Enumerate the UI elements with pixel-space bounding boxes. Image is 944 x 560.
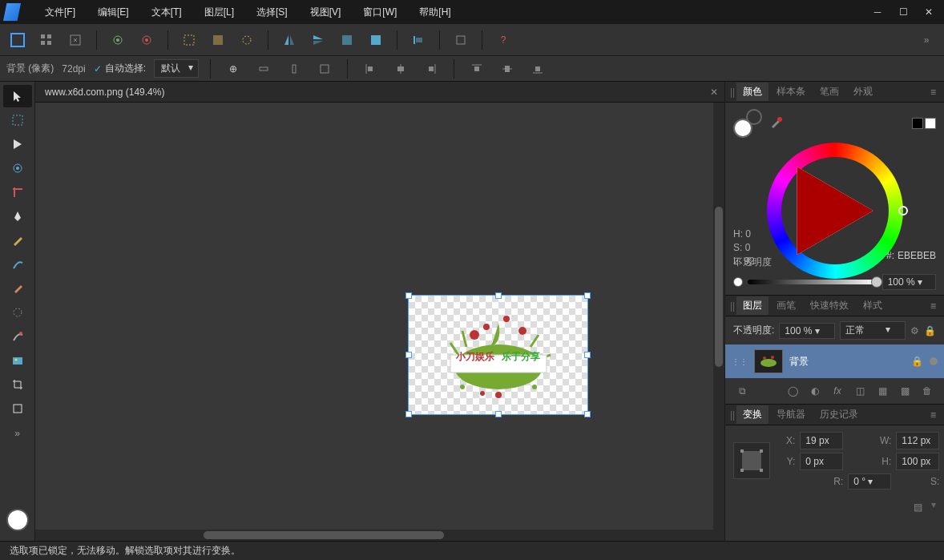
align-l-icon[interactable] xyxy=(359,58,381,80)
opacity-slider[interactable] xyxy=(748,280,877,284)
tab-close-icon[interactable]: ✕ xyxy=(704,87,724,98)
tab-color[interactable]: 颜色 xyxy=(736,83,769,101)
tab-transform[interactable]: 变换 xyxy=(736,405,769,424)
x-input[interactable] xyxy=(800,432,843,449)
crop-tool[interactable] xyxy=(3,181,32,203)
flip-h-icon[interactable] xyxy=(278,29,301,51)
auto-select-checkbox[interactable]: ✓ 自动选择: xyxy=(94,62,146,75)
node-tool[interactable] xyxy=(3,133,32,155)
align-left-icon[interactable] xyxy=(407,29,430,51)
ctx-icon-4[interactable] xyxy=(313,58,336,80)
menu-view[interactable]: 视图[V] xyxy=(299,1,353,24)
layer-settings-icon[interactable]: ⚙ xyxy=(910,325,919,336)
defaults-icon[interactable] xyxy=(135,29,158,51)
marquee-tool[interactable] xyxy=(3,109,32,131)
menu-window[interactable]: 窗口[W] xyxy=(352,1,408,24)
transform-origin-icon[interactable]: ⊕ xyxy=(222,58,244,80)
layer-row[interactable]: ⋮⋮ 背景 🔒 xyxy=(725,344,944,378)
handle-tl[interactable] xyxy=(405,292,412,299)
layer-locked-icon[interactable]: 🔒 xyxy=(911,356,923,367)
align-t-icon[interactable] xyxy=(466,58,488,80)
handle-br[interactable] xyxy=(584,411,591,417)
fg-bg-swatches[interactable] xyxy=(733,109,762,138)
tab-styles[interactable]: 样式 xyxy=(857,296,889,315)
opacity-value-input[interactable]: 100 % ▾ xyxy=(882,274,936,290)
arrange-icon[interactable] xyxy=(450,29,472,51)
toolbar-more-icon[interactable]: » xyxy=(915,29,938,51)
horizontal-scrollbar[interactable] xyxy=(35,530,724,541)
pencil-tool[interactable] xyxy=(3,229,32,252)
rotate-cw-icon[interactable] xyxy=(365,29,387,51)
menu-help[interactable]: 帮助[H] xyxy=(408,1,462,24)
layer-crop-icon[interactable]: ◫ xyxy=(851,383,869,399)
clone-tool[interactable] xyxy=(3,325,32,348)
menu-text[interactable]: 文本[T] xyxy=(140,1,193,24)
move-tool[interactable] xyxy=(3,85,32,107)
snap-2-icon[interactable] xyxy=(207,29,229,51)
minimize-button[interactable]: ─ xyxy=(865,4,890,20)
expand-tools-icon[interactable]: » xyxy=(14,428,20,439)
prefs-icon[interactable] xyxy=(107,29,129,51)
color-panel-menu-icon[interactable]: ≡ xyxy=(927,87,939,98)
h-input[interactable] xyxy=(896,453,939,470)
grid-icon[interactable] xyxy=(35,29,58,51)
snap-1-icon[interactable] xyxy=(178,29,200,51)
image-tool[interactable] xyxy=(3,349,32,372)
r-input[interactable]: 0 ° ▾ xyxy=(848,473,891,489)
layer-mask-icon[interactable]: ◯ xyxy=(784,383,801,399)
align-m-icon[interactable] xyxy=(496,58,518,80)
brush-tool[interactable] xyxy=(3,253,32,276)
ctx-icon-2[interactable] xyxy=(252,58,275,80)
layer-opacity-input[interactable]: 100 % ▾ xyxy=(779,323,834,339)
document-tab[interactable]: www.x6d.com.png (149.4%) xyxy=(35,83,174,101)
align-c-icon[interactable] xyxy=(389,58,412,80)
eyedropper-icon[interactable] xyxy=(769,115,783,132)
menu-select[interactable]: 选择[S] xyxy=(245,1,299,24)
canvas-viewport[interactable]: 小刀娱乐 乐于分享 xyxy=(35,103,724,541)
w-input[interactable] xyxy=(896,432,939,449)
anchor-point-selector[interactable] xyxy=(733,442,770,479)
menu-edit[interactable]: 编辑[E] xyxy=(87,1,140,24)
handle-mr[interactable] xyxy=(584,352,591,358)
tab-fx[interactable]: 快速特效 xyxy=(804,296,855,315)
layer-lock-icon[interactable]: 🔒 xyxy=(924,325,936,336)
tab-brush[interactable]: 笔画 xyxy=(813,83,845,101)
close-button[interactable]: ✕ xyxy=(917,4,941,20)
gear-tool[interactable] xyxy=(3,157,32,179)
snap-3-icon[interactable] xyxy=(236,29,258,51)
layers-panel-menu-icon[interactable]: ≡ xyxy=(927,300,939,312)
transform-panel-menu-icon[interactable]: ≡ xyxy=(927,409,939,421)
layer-fx-icon[interactable]: fx xyxy=(829,383,846,399)
ctx-icon-3[interactable] xyxy=(283,58,305,80)
help-icon[interactable]: ? xyxy=(492,29,514,51)
handle-ml[interactable] xyxy=(405,352,412,358)
layer-delete-icon[interactable]: 🗑 xyxy=(918,383,936,399)
tab-swatches[interactable]: 样本条 xyxy=(770,83,812,101)
menu-layer[interactable]: 图层[L] xyxy=(193,1,245,24)
shape-tool[interactable] xyxy=(3,397,32,420)
maximize-button[interactable]: ☐ xyxy=(891,4,915,20)
swatch-black[interactable] xyxy=(912,118,923,129)
rotate-ccw-icon[interactable] xyxy=(336,29,358,51)
swatch-white[interactable] xyxy=(925,118,936,129)
fg-color-swatch[interactable] xyxy=(733,119,752,138)
handle-bl[interactable] xyxy=(405,411,412,417)
tab-history[interactable]: 历史记录 xyxy=(813,405,865,424)
tab-navigator[interactable]: 导航器 xyxy=(770,405,812,424)
auto-select-dropdown[interactable]: 默认 ▾ xyxy=(154,59,199,78)
handle-bm[interactable] xyxy=(495,411,502,417)
blend-mode-dropdown[interactable]: 正常▾ xyxy=(840,321,906,340)
layer-pixel-icon[interactable]: ▩ xyxy=(896,383,914,399)
canvas-selection[interactable]: 小刀娱乐 乐于分享 xyxy=(408,295,588,415)
layer-visibility-icon[interactable] xyxy=(930,357,938,365)
tab-appearance[interactable]: 外观 xyxy=(847,83,879,101)
crop2-tool[interactable] xyxy=(3,373,32,396)
healing-tool[interactable] xyxy=(3,301,32,324)
align-r-icon[interactable] xyxy=(420,58,442,80)
foreground-color-swatch[interactable] xyxy=(6,509,29,531)
persona-photo-icon[interactable] xyxy=(6,29,29,51)
y-input[interactable] xyxy=(800,453,843,470)
transform-align-icon[interactable]: ▤ xyxy=(909,499,926,515)
align-b-icon[interactable] xyxy=(526,58,549,80)
tab-layers[interactable]: 图层 xyxy=(736,296,769,315)
